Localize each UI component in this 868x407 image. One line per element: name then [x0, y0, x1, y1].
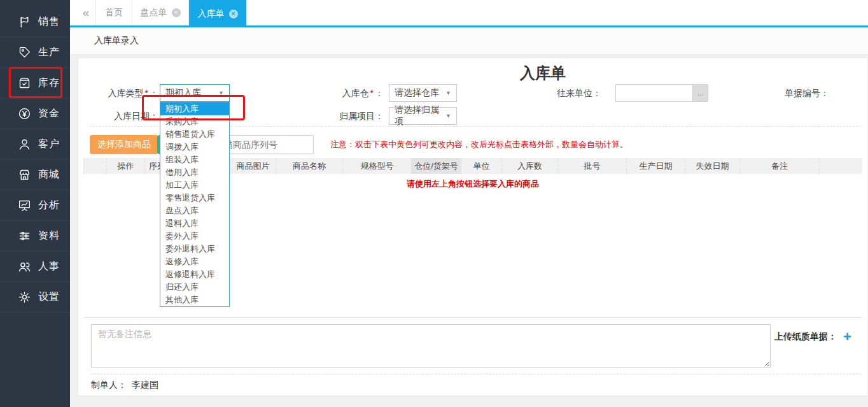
bottom-strip [70, 396, 868, 407]
sidebar-item-label: 资料 [38, 229, 60, 243]
sidebar-item-label: 商城 [38, 168, 60, 182]
sidebar-item-funds[interactable]: 资金 [0, 99, 70, 129]
inventory-box-icon [17, 76, 31, 90]
table-bottom-border [83, 317, 862, 318]
dropdown-option[interactable]: 盘点入库 [160, 204, 229, 217]
dropdown-option[interactable]: 加工入库 [160, 179, 229, 192]
dropdown-option[interactable]: 退料入库 [160, 217, 229, 230]
page-title: 入库单 [486, 63, 600, 83]
dropdown-option[interactable]: 委外退料入库 [160, 243, 229, 255]
dropdown-option[interactable]: 零售退货入库 [160, 192, 229, 204]
table-column-header: 操作 [106, 158, 144, 174]
tab-stock-in[interactable]: 入库单 × [189, 0, 246, 27]
stock-in-form-card: 入库单 入库类型*： 期初入库 ▼ 入库仓*： 请选择仓库 ▼ 往来单位： ..… [78, 57, 868, 396]
warehouse-placeholder: 请选择仓库 [395, 87, 439, 99]
project-placeholder: 请选择归属项 [395, 104, 445, 127]
table-column-header: 批号 [557, 158, 626, 174]
partner-input[interactable] [615, 84, 693, 102]
chevron-down-icon: ▼ [218, 90, 224, 96]
sidebar-menu: 销售 生产 库存 资金 客户 商城 [0, 0, 70, 313]
table-column-header: 生产日期 [626, 158, 685, 174]
add-attachment-icon[interactable]: + [843, 331, 851, 343]
sidebar-item-label: 人事 [38, 260, 60, 273]
money-icon [17, 107, 31, 121]
store-icon [17, 168, 31, 182]
stock-in-type-select[interactable]: 期初入库 ▼ [160, 84, 230, 102]
sidebar-item-data[interactable]: 资料 [0, 221, 70, 252]
collapse-tabs-icon[interactable]: « [75, 0, 97, 25]
breadcrumb-bar: 入库单录入 [70, 27, 868, 55]
dropdown-option[interactable]: 返修退料入库 [160, 268, 229, 281]
dropdown-option[interactable]: 其他入库 [160, 294, 229, 306]
edit-note-text: 注意：双击下表中黄色列可更改内容，改后光标点击表格外部，数量会自动计算。 [330, 135, 628, 154]
table-column-header [83, 158, 106, 174]
sidebar-item-label: 生产 [38, 46, 60, 59]
sidebar-item-settings[interactable]: 设置 [0, 282, 70, 313]
warehouse-label: 入库仓*： [312, 84, 384, 102]
dropdown-option[interactable]: 返修入库 [160, 255, 229, 268]
main-area: « 首页 盘点单 × 入库单 × 入库单录入 入库单 入库类型*： 期初入库 ▼… [70, 0, 868, 407]
tab-inventory-check[interactable]: 盘点单 × [132, 0, 189, 25]
partner-label: 往来单位： [524, 84, 601, 102]
sidebar-item-production[interactable]: 生产 [0, 38, 70, 68]
flag-icon [17, 15, 31, 29]
table-column-header: 仓位/货架号 [411, 158, 461, 174]
stock-in-type-value: 期初入库 [165, 87, 201, 99]
sidebar-item-label: 库存 [38, 76, 60, 90]
dropdown-option[interactable]: 销售退货入库 [160, 128, 229, 141]
project-select[interactable]: 请选择归属项 ▼ [389, 107, 457, 125]
dropdown-option[interactable]: 借用入库 [160, 166, 229, 179]
sidebar-item-label: 销售 [38, 15, 60, 29]
sidebar-item-customers[interactable]: 客户 [0, 129, 70, 160]
dropdown-option[interactable]: 组装入库 [160, 154, 229, 166]
sidebar-item-mall[interactable]: 商城 [0, 160, 70, 190]
remark-textarea[interactable] [91, 324, 771, 368]
sidebar-item-inventory[interactable]: 库存 [0, 68, 70, 99]
partner-browse-button[interactable]: ... [693, 84, 708, 102]
divider [91, 374, 861, 375]
dropdown-option[interactable]: 期初入库 [160, 103, 229, 115]
project-label: 归属项目： [312, 107, 384, 125]
sidebar-item-sales[interactable]: 销售 [0, 7, 70, 38]
customer-icon [17, 138, 31, 152]
dropdown-option[interactable]: 调拨入库 [160, 141, 229, 154]
breadcrumb: 入库单录入 [94, 35, 139, 46]
maker-value: 李建国 [132, 380, 158, 390]
upload-label: 上传纸质单据： [774, 331, 837, 343]
stock-in-type-dropdown: 期初入库 采购入库 销售退货入库 调拨入库 组装入库 借用入库 加工入库 零售退… [160, 102, 230, 307]
sidebar-item-label: 资金 [38, 107, 60, 120]
dropdown-option[interactable]: 委外入库 [160, 230, 229, 243]
table-column-header: 商品图片 [230, 158, 276, 174]
tab-bar: « 首页 盘点单 × 入库单 × [70, 0, 868, 27]
analysis-icon [17, 199, 31, 213]
maker-label: 制单人： [91, 380, 127, 390]
sidebar-item-label: 分析 [38, 199, 60, 212]
table-column-header: 规格型号 [342, 158, 411, 174]
dropdown-option[interactable]: 采购入库 [160, 115, 229, 128]
select-add-product-button[interactable]: 选择添加商品 [90, 135, 158, 154]
sidebar-item-hr[interactable]: 人事 [0, 252, 70, 282]
gear-icon [17, 290, 31, 304]
tab-label: 盘点单 [141, 7, 167, 18]
tab-home[interactable]: 首页 [95, 0, 132, 25]
sidebar-item-label: 设置 [38, 290, 60, 304]
doc-no-label: 单据编号： [740, 84, 829, 102]
sidebar-item-analysis[interactable]: 分析 [0, 190, 70, 221]
tab-label: 首页 [105, 7, 123, 18]
sidebar: 销售 生产 库存 资金 客户 商城 [0, 0, 70, 407]
close-tab-icon[interactable]: × [172, 8, 181, 17]
chevron-down-icon: ▼ [445, 113, 451, 119]
close-tab-icon[interactable]: × [229, 10, 238, 18]
sidebar-item-label: 客户 [38, 138, 60, 151]
table-column-header: 备注 [739, 158, 819, 174]
table-column-header: 失效日期 [685, 158, 739, 174]
table-column-header: 单位 [461, 158, 501, 174]
date-label: 入库日期： [91, 107, 158, 125]
maker-row: 制单人：李建国 [91, 380, 158, 391]
tab-label: 入库单 [198, 8, 225, 20]
warehouse-select[interactable]: 请选择仓库 ▼ [389, 84, 457, 102]
upload-paper-doc: 上传纸质单据： + [774, 331, 851, 343]
dropdown-option[interactable]: 归还入库 [160, 281, 229, 294]
table-column-header [819, 158, 862, 174]
tag-icon [17, 46, 31, 60]
